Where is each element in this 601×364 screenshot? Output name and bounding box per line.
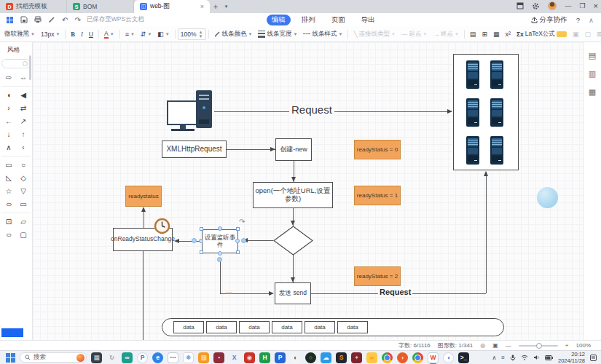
line-spacing-button[interactable]: ⇵▼ <box>138 31 155 38</box>
node-set-listener[interactable]: 设置监听事件 <box>202 229 238 253</box>
shape-item[interactable]: ▢ <box>17 230 29 240</box>
shape-item[interactable]: ↗ <box>17 116 29 126</box>
taskbar-icon-blue-p-app[interactable]: P <box>137 352 148 363</box>
share-button[interactable]: 分享协作 <box>531 15 567 25</box>
shape-item[interactable]: › <box>3 103 15 113</box>
connection-point[interactable] <box>217 257 222 262</box>
menu-page[interactable]: 页面 <box>326 15 350 25</box>
taskbar-icon-vscode-app[interactable]: X <box>229 352 240 363</box>
taskbar-icon-edge-browser[interactable]: e <box>152 352 163 363</box>
shape-item[interactable]: ○ <box>0 199 17 209</box>
taskbar-icon-file-explorer[interactable]: ▰ <box>366 352 377 363</box>
zoom-slider-knob[interactable] <box>536 343 542 349</box>
server-rack-container[interactable] <box>453 54 519 170</box>
data-box[interactable]: data <box>305 321 335 333</box>
print-icon[interactable] <box>34 16 42 23</box>
diagram-canvas[interactable]: Request Request <box>33 42 583 340</box>
shape-item[interactable]: ↑ <box>17 130 29 139</box>
node-send[interactable]: 发送 send <box>275 282 311 304</box>
selection-handle[interactable] <box>235 239 240 243</box>
zoom-percentage[interactable]: 100% <box>576 342 591 349</box>
rotate-handle[interactable]: ↷ <box>239 218 245 226</box>
server-icon[interactable] <box>466 98 479 127</box>
server-icon[interactable] <box>466 60 479 89</box>
selection-handle[interactable] <box>236 250 240 254</box>
battery-icon[interactable] <box>545 355 553 360</box>
server-icon[interactable] <box>490 98 503 127</box>
redo-icon[interactable]: ↷ <box>74 16 80 24</box>
app-menu-icon[interactable] <box>6 16 14 24</box>
shape-item[interactable]: ▱ <box>17 217 29 226</box>
new-tab-button[interactable]: + <box>210 3 221 11</box>
help-button[interactable]: ? <box>576 16 580 24</box>
shape-item[interactable]: ← <box>3 116 15 126</box>
selection-handle[interactable] <box>200 227 203 231</box>
shape-item[interactable]: ◀ <box>17 90 29 100</box>
sidebar-scrollbar[interactable] <box>29 55 31 80</box>
zoom-slider[interactable] <box>519 345 558 347</box>
connector-listener-down[interactable] <box>220 259 221 293</box>
request-bottom-label[interactable]: Request <box>378 288 412 296</box>
tab-list-button[interactable]: ▾ <box>221 4 232 9</box>
settings-gear-icon[interactable] <box>532 2 540 10</box>
font-color-button[interactable]: A▼ <box>101 30 117 39</box>
data-box[interactable]: data <box>272 321 302 333</box>
collapse-toolbar-button[interactable]: ∧ <box>589 16 594 24</box>
server-icon[interactable] <box>466 136 479 165</box>
shape-item[interactable]: ▽ <box>17 186 29 196</box>
request-top-label[interactable]: Request <box>289 103 334 116</box>
taskbar-icon-chat-app[interactable]: ⋯ <box>168 352 178 363</box>
taskbar-icon-red-multi-app[interactable]: ✦ <box>351 352 362 363</box>
card-style-button[interactable]: ▤ <box>467 31 479 38</box>
node-decision-diamond[interactable] <box>273 226 313 256</box>
superscript-button[interactable]: x² <box>502 31 514 38</box>
line-style-button[interactable]: 线条样式▼ <box>300 30 345 39</box>
connector-server-down[interactable] <box>486 172 487 293</box>
shape-item[interactable]: ↓ <box>3 130 15 139</box>
info-icon[interactable]: ◎ <box>480 342 485 349</box>
taskbar-icon-green-h-app[interactable]: H <box>259 352 270 363</box>
selection-handle[interactable] <box>236 227 240 231</box>
taskbar-icon-wps-office[interactable]: W <box>428 352 439 363</box>
style-panel-title[interactable]: 风格 <box>0 42 32 58</box>
clock[interactable]: 20:122024/11/28 <box>558 351 585 364</box>
shape-item[interactable]: ○ <box>1 230 17 240</box>
taskbar-icon-loop-app[interactable]: ∞ <box>122 352 133 363</box>
data-box[interactable]: data <box>206 321 237 333</box>
zoom-in-button[interactable]: + <box>565 342 569 349</box>
shape-item[interactable]: ⇄ <box>17 103 29 113</box>
taskbar-icon-sync-app[interactable]: ↻ <box>106 352 117 363</box>
node-readystatus-2[interactable]: readyStatus = 2 <box>354 266 401 286</box>
menu-edit[interactable]: 编辑 <box>267 15 291 25</box>
panel-pages-icon[interactable]: ▤ <box>584 51 601 60</box>
assistant-bubble[interactable] <box>537 187 558 208</box>
shape-arrow-both[interactable]: ⇔ <box>17 73 29 82</box>
shape-item[interactable]: ∧ <box>3 143 15 152</box>
node-open-url[interactable]: open(一个地址URL,设置参数) <box>253 182 333 208</box>
shape-item[interactable]: ▭ <box>3 160 15 170</box>
restore-button[interactable]: ❐ <box>579 2 585 9</box>
undo-icon[interactable]: ↶ <box>62 16 68 24</box>
notification-icon[interactable] <box>590 355 597 361</box>
zoom-spinner[interactable]: 100%▲▼ <box>178 28 206 40</box>
server-icon[interactable] <box>490 60 503 89</box>
tab-web-diagram[interactable]: ◫ web-图 × <box>134 0 210 13</box>
panel-layers-icon[interactable]: ▥ <box>584 69 601 79</box>
node-readystatus[interactable]: readystatus <box>125 186 162 207</box>
selection-handle[interactable] <box>218 251 222 256</box>
minimize-button[interactable]: — <box>565 2 571 9</box>
italic-button[interactable]: I <box>78 31 86 38</box>
shape-item[interactable]: ◺ <box>3 173 15 183</box>
taskbar-icon-terminal-app[interactable]: >_ <box>458 352 469 363</box>
connector-diamond-listener[interactable] <box>244 240 273 241</box>
taskbar-icon-chrome-browser-2[interactable] <box>412 352 423 363</box>
shape-search-input[interactable] <box>1 59 31 68</box>
tab-docer[interactable]: D 找稻壳模板 <box>0 0 67 13</box>
line-color-button[interactable]: 线条颜色▼ <box>211 30 256 39</box>
menu-arrange[interactable]: 排列 <box>296 15 321 25</box>
node-create-new[interactable]: 创建-new <box>275 138 312 161</box>
server-icon[interactable] <box>490 136 503 165</box>
shape-arrow-right[interactable]: ⇨ <box>3 73 15 82</box>
shape-item[interactable]: ◖ <box>3 90 15 100</box>
shape-item[interactable]: ‹ <box>17 143 29 152</box>
